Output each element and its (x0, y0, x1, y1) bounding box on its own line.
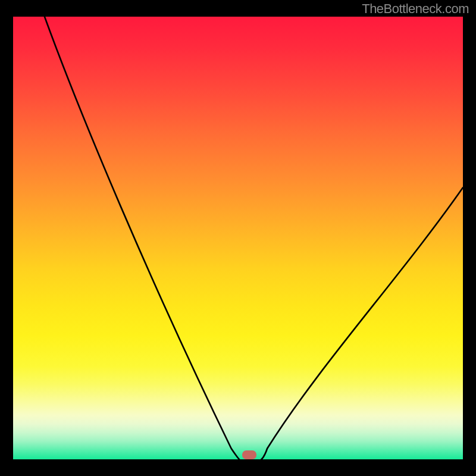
curve-path (45, 17, 463, 462)
chart-frame: TheBottleneck.com (0, 0, 476, 476)
watermark-text: TheBottleneck.com (362, 1, 469, 17)
bottleneck-curve (13, 17, 463, 466)
plot-area (13, 17, 463, 459)
bottleneck-marker (242, 450, 256, 459)
